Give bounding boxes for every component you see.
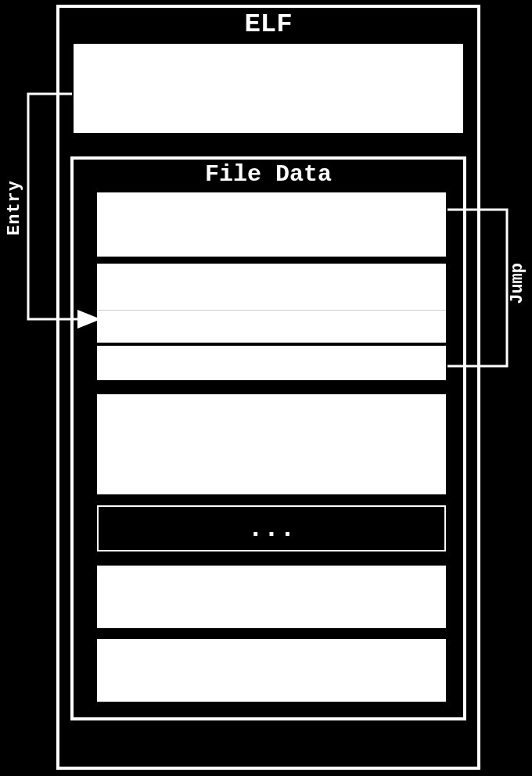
jump-arrow-label: Jump — [508, 263, 527, 304]
segment-block-6 — [97, 639, 446, 702]
ellipsis-box: ... — [97, 505, 446, 551]
elf-header-block — [74, 44, 463, 133]
segment-block-5 — [97, 566, 446, 628]
segment-block-1 — [97, 192, 446, 343]
ellipsis-text: ... — [247, 516, 295, 542]
elf-container: ELF File Data ... — [56, 5, 480, 770]
file-data-container: File Data ... — [70, 156, 466, 720]
entry-arrow-label: Entry — [5, 180, 24, 235]
file-data-title: File Data — [74, 160, 463, 192]
segment-thinline — [97, 310, 446, 311]
segment-block-2 — [97, 343, 446, 380]
segment-divider — [97, 257, 446, 264]
elf-title: ELF — [59, 8, 477, 44]
segment-block-3 — [97, 394, 446, 494]
